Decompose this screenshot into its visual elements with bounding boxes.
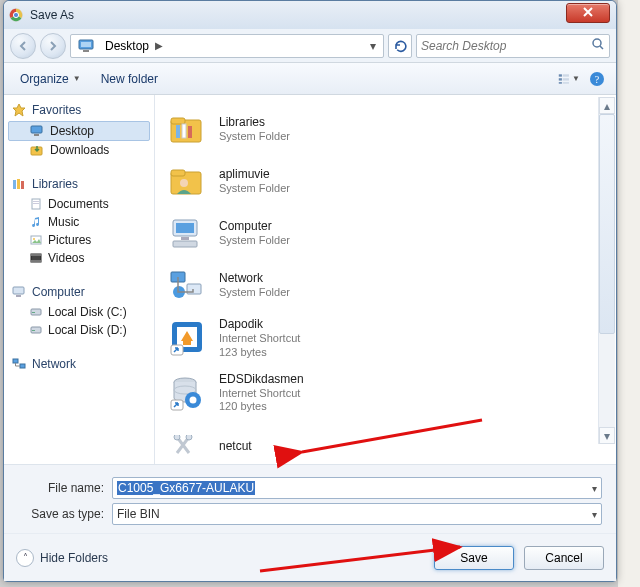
svg-rect-27 — [31, 254, 41, 256]
chrome-icon — [8, 7, 24, 23]
breadcrumb-dropdown[interactable]: ▾ — [365, 39, 381, 53]
file-name: Dapodik — [219, 317, 300, 332]
file-item[interactable]: Libraries System Folder — [161, 103, 610, 155]
new-folder-label: New folder — [101, 72, 158, 86]
svg-point-58 — [190, 396, 197, 403]
svg-rect-8 — [559, 82, 562, 84]
libraries-header[interactable]: Libraries — [8, 175, 150, 195]
file-sub: System Folder — [219, 234, 290, 248]
filename-area: File name: C1005_Gx6677-AULAKU ▾ Save as… — [4, 464, 616, 533]
view-options-button[interactable]: ▼ — [558, 68, 580, 90]
search-box[interactable] — [416, 34, 610, 58]
chevron-right-icon[interactable]: ▶ — [153, 40, 165, 51]
favorites-group: Favorites Desktop Downloads — [8, 101, 150, 159]
network-header[interactable]: Network — [8, 355, 150, 375]
sidebar-item-desktop[interactable]: Desktop — [8, 121, 150, 141]
file-sub: Internet Shortcut — [219, 332, 300, 346]
type-label: Save as type: — [4, 507, 112, 521]
svg-point-25 — [33, 238, 35, 240]
type-combobox[interactable]: File BIN ▾ — [112, 503, 602, 525]
svg-rect-35 — [13, 359, 18, 363]
file-name: Computer — [219, 219, 290, 234]
nav-forward-button[interactable] — [40, 33, 66, 59]
file-name: aplimuvie — [219, 167, 290, 182]
filename-value[interactable]: C1005_Gx6677-AULAKU — [117, 481, 255, 495]
svg-rect-11 — [563, 82, 569, 84]
file-sub: System Folder — [219, 286, 290, 300]
svg-rect-29 — [13, 287, 24, 294]
svg-rect-7 — [559, 78, 562, 80]
filename-history-dropdown[interactable]: ▾ — [592, 483, 597, 494]
computer-header[interactable]: Computer — [8, 283, 150, 303]
nav-back-button[interactable] — [10, 33, 36, 59]
userfolder-icon — [165, 161, 209, 201]
file-item[interactable]: Dapodik Internet Shortcut 123 bytes — [161, 311, 610, 366]
file-item[interactable]: netcut — [161, 420, 610, 464]
libraries-group: Libraries Documents Music Pictures Video… — [8, 175, 150, 267]
new-folder-button[interactable]: New folder — [93, 68, 166, 90]
close-button[interactable] — [566, 3, 610, 23]
file-size: 123 bytes — [219, 346, 300, 360]
file-name: netcut — [219, 439, 252, 454]
save-as-dialog: Save As Desktop ▶ ▾ — [3, 0, 617, 582]
svg-rect-39 — [176, 125, 180, 138]
file-item[interactable]: Computer System Folder — [161, 207, 610, 259]
favorites-header[interactable]: Favorites — [8, 101, 150, 121]
refresh-button[interactable] — [388, 34, 412, 58]
sidebar-item-disk-d[interactable]: Local Disk (D:) — [8, 321, 150, 339]
svg-rect-23 — [33, 203, 39, 204]
sidebar-item-disk-c[interactable]: Local Disk (C:) — [8, 303, 150, 321]
navigation-pane: Favorites Desktop Downloads Libraries — [4, 95, 154, 464]
toolbar: Organize▼ New folder ▼ ? — [4, 63, 616, 95]
titlebar: Save As — [4, 1, 616, 29]
scroll-thumb[interactable] — [599, 114, 615, 334]
file-item[interactable]: Network System Folder — [161, 259, 610, 311]
svg-rect-10 — [563, 78, 569, 80]
network-icon — [165, 265, 209, 305]
svg-rect-48 — [173, 241, 197, 247]
breadcrumb-location[interactable]: Desktop — [101, 39, 153, 53]
svg-rect-6 — [559, 74, 562, 76]
filename-field[interactable]: C1005_Gx6677-AULAKU ▾ — [112, 477, 602, 499]
svg-point-5 — [593, 39, 601, 47]
hide-folders-button[interactable]: ˄ Hide Folders — [16, 549, 108, 567]
network-group: Network — [8, 355, 150, 375]
svg-text:?: ? — [595, 74, 600, 85]
sidebar-item-pictures[interactable]: Pictures — [8, 231, 150, 249]
chevron-down-icon: ▾ — [592, 509, 597, 520]
address-bar-row: Desktop ▶ ▾ — [4, 29, 616, 63]
file-item[interactable]: EDSDikdasmen Internet Shortcut 120 bytes — [161, 366, 610, 421]
sidebar-item-documents[interactable]: Documents — [8, 195, 150, 213]
save-button[interactable]: Save — [434, 546, 514, 570]
search-icon — [591, 37, 605, 54]
search-input[interactable] — [421, 39, 587, 53]
svg-rect-40 — [182, 124, 186, 138]
scroll-up-button[interactable]: ▴ — [599, 97, 615, 114]
ishortcut-icon — [165, 318, 209, 358]
scrollbar[interactable]: ▴ ▾ — [598, 97, 615, 444]
help-button[interactable]: ? — [586, 68, 608, 90]
file-item[interactable]: aplimuvie System Folder — [161, 155, 610, 207]
scroll-down-button[interactable]: ▾ — [599, 427, 615, 444]
file-name: Libraries — [219, 115, 290, 130]
svg-point-61 — [186, 435, 192, 440]
svg-rect-16 — [34, 134, 39, 136]
svg-marker-14 — [13, 104, 25, 116]
file-list[interactable]: Libraries System Folder aplimuvie System… — [154, 95, 616, 464]
svg-point-1 — [13, 12, 18, 17]
organize-label: Organize — [20, 72, 69, 86]
breadcrumb[interactable]: Desktop ▶ ▾ — [70, 34, 384, 58]
sidebar-item-downloads[interactable]: Downloads — [8, 141, 150, 159]
file-size: 120 bytes — [219, 400, 304, 414]
svg-rect-30 — [16, 295, 21, 297]
button-bar: ˄ Hide Folders Save Cancel — [4, 533, 616, 581]
file-name: EDSDikdasmen — [219, 372, 304, 387]
sidebar-item-videos[interactable]: Videos — [8, 249, 150, 267]
computer-icon — [165, 213, 209, 253]
cancel-button[interactable]: Cancel — [524, 546, 604, 570]
svg-rect-43 — [171, 170, 185, 176]
organize-button[interactable]: Organize▼ — [12, 68, 89, 90]
svg-rect-41 — [188, 126, 192, 138]
svg-point-60 — [174, 435, 180, 440]
sidebar-item-music[interactable]: Music — [8, 213, 150, 231]
